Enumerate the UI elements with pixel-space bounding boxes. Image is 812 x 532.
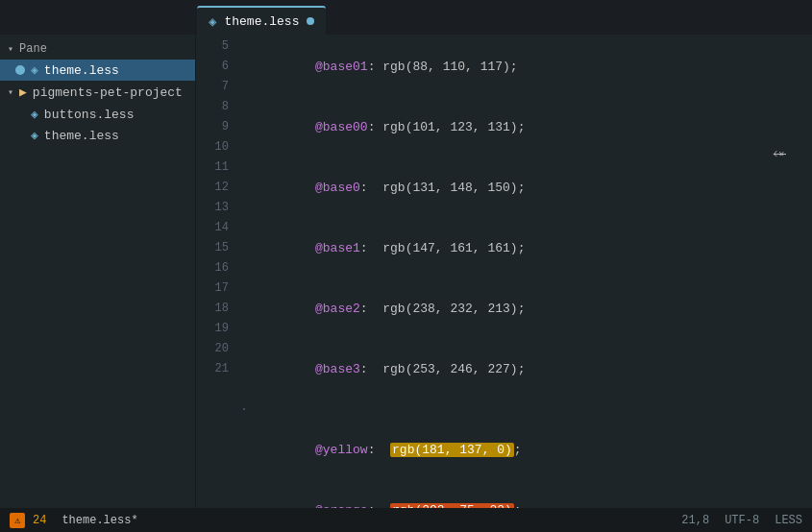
line-num-6: 6 — [196, 57, 229, 77]
line-num-21: 21 — [196, 359, 229, 379]
sidebar-folder-label: pigments-pet-project — [33, 85, 183, 100]
code-line-9: @base2: rgb(238, 232, 213); — [240, 278, 812, 339]
line-num-11: 11 — [196, 157, 229, 178]
var-base2: @base2 — [315, 302, 360, 316]
status-right: 21,8 UTF-8 LESS — [681, 514, 802, 527]
var-base0: @base0 — [315, 181, 360, 195]
code-line-8: @base1: rgb(147, 161, 161); — [240, 218, 812, 278]
var-orange: @orange — [315, 503, 368, 508]
line-num-12: 12 — [196, 178, 229, 198]
var-base01: @base01 — [315, 60, 368, 74]
var-base3: @base3 — [315, 362, 360, 376]
status-warning-count: 24 — [33, 514, 46, 527]
val-yellow: rgb(181, 137, 0) — [390, 443, 514, 457]
line-num-17: 17 — [196, 278, 229, 299]
line-num-14: 14 — [196, 218, 229, 238]
sidebar-label-buttons-less: buttons.less — [44, 108, 135, 122]
sidebar-item-theme-less-top[interactable]: ◈ theme.less — [0, 60, 195, 81]
line-num-13: 13 — [196, 198, 229, 218]
sidebar-folder-pigments[interactable]: ▾ ▶ pigments-pet-project — [0, 81, 195, 104]
file-icon-theme-sub: ◈ — [31, 128, 38, 143]
sidebar-item-buttons-less[interactable]: ◈ buttons.less — [0, 104, 195, 125]
code-line-7: @base0: rgb(131, 148, 150); — [240, 157, 812, 218]
sidebar-label-theme-less-top: theme.less — [44, 63, 119, 78]
var-base1: @base1 — [315, 241, 360, 255]
line-num-15: 15 — [196, 238, 229, 258]
sidebar-label-theme-less-sub: theme.less — [44, 129, 119, 143]
editor[interactable]: 5 6 7 8 9 10 11 12 13 14 15 16 17 18 19 … — [196, 35, 812, 508]
status-bar: ⚠ 24 theme.less* 21,8 UTF-8 LESS — [0, 508, 812, 532]
pane-header[interactable]: ▾ Pane — [0, 38, 195, 60]
line-num-5: 5 — [196, 36, 229, 57]
code-line-13: @orange: rgb(203, 75, 22); — [240, 480, 812, 508]
sidebar: ▾ Pane ◈ theme.less ▾ ▶ pigments-pet-pro… — [0, 35, 196, 508]
line-numbers: 5 6 7 8 9 10 11 12 13 14 15 16 17 18 19 … — [196, 35, 236, 508]
var-yellow: @yellow — [315, 443, 368, 457]
tab-bar: ◈ theme.less — [0, 0, 812, 35]
active-circle-icon — [15, 65, 25, 75]
pane-label: Pane — [19, 42, 47, 56]
folder-arrow: ▾ — [8, 86, 13, 98]
line-num-16: 16 — [196, 258, 229, 278]
status-error-icon: ⚠ — [10, 513, 25, 528]
line-num-7: 7 — [196, 77, 229, 97]
status-cursor-pos: 21,8 — [681, 514, 709, 527]
modified-dot — [307, 17, 314, 25]
line-num-20: 20 — [196, 339, 229, 359]
line-num-10: 10 — [196, 137, 229, 157]
val-orange: rgb(203, 75, 22) — [390, 503, 514, 508]
status-filename: theme.less* — [62, 514, 137, 527]
line-num-8: 8 — [196, 97, 229, 117]
code-line-11: · — [240, 399, 812, 420]
tab-theme-less[interactable]: ◈ theme.less — [197, 6, 326, 35]
file-icon: ◈ — [209, 13, 216, 30]
main-area: ▾ Pane ◈ theme.less ▾ ▶ pigments-pet-pro… — [0, 35, 812, 508]
code-lines: @base01: rgb(88, 110, 117); @base00: rgb… — [236, 35, 812, 508]
tab-label: theme.less — [224, 14, 299, 29]
pane-arrow: ▾ — [8, 43, 13, 55]
status-syntax: LESS — [775, 514, 802, 527]
file-icon-buttons: ◈ — [31, 107, 38, 122]
line-num-19: 19 — [196, 319, 229, 339]
code-line-5: @base01: rgb(88, 110, 117); — [240, 36, 812, 97]
status-left: ⚠ 24 theme.less* — [10, 513, 138, 528]
editor-content: 5 6 7 8 9 10 11 12 13 14 15 16 17 18 19 … — [196, 35, 812, 508]
var-base00: @base00 — [315, 120, 368, 134]
code-line-12: @yellow: rgb(181, 137, 0); — [240, 420, 812, 480]
folder-icon: ▶ — [19, 85, 27, 100]
sidebar-item-theme-less-sub[interactable]: ◈ theme.less — [0, 125, 195, 146]
file-icon-blue: ◈ — [31, 62, 38, 78]
warning-number: 24 — [33, 514, 46, 527]
line-num-9: 9 — [196, 117, 229, 137]
line-num-18: 18 — [196, 299, 229, 319]
code-line-10: @base3: rgb(253, 246, 227); — [240, 339, 812, 399]
status-encoding: UTF-8 — [725, 514, 759, 527]
code-line-6: @base00: rgb(101, 123, 131); — [240, 97, 812, 157]
